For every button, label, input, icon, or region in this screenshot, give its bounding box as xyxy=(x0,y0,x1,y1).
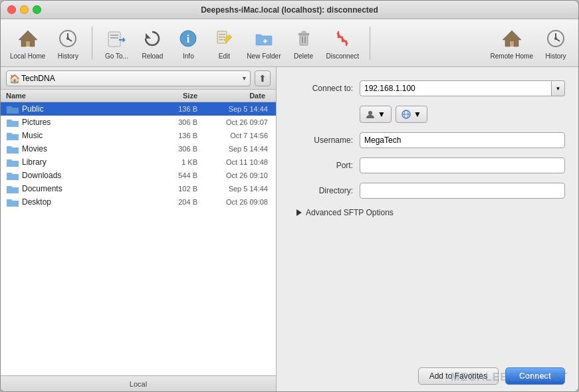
file-size: 204 B xyxy=(158,198,197,206)
new-folder-button[interactable]: New Folder xyxy=(243,24,285,62)
file-list-item[interactable]: Library1 KBOct 11 10:48 xyxy=(1,155,276,169)
svg-point-30 xyxy=(554,37,557,40)
port-input[interactable] xyxy=(360,157,565,173)
globe-btn-arrow: ▼ xyxy=(413,110,421,119)
file-list-item[interactable]: Music136 BOct 7 14:56 xyxy=(1,129,276,142)
col-name-header: Name xyxy=(6,92,158,100)
file-list-item[interactable]: Downloads544 BOct 26 09:10 xyxy=(1,169,276,182)
file-name: Public xyxy=(22,104,158,114)
connect-to-input[interactable] xyxy=(360,80,552,96)
left-status-bar: Local xyxy=(1,375,276,391)
file-list-item[interactable]: Public136 BSep 5 14:44 xyxy=(1,102,276,116)
svg-rect-31 xyxy=(7,106,11,108)
file-name: Music xyxy=(22,131,158,140)
new-folder-label: New Folder xyxy=(247,52,281,60)
path-dropdown[interactable]: TechDNA xyxy=(6,70,251,86)
toolbar: Local Home History xyxy=(1,19,578,67)
folder-icon xyxy=(6,117,19,128)
svg-rect-26 xyxy=(510,41,514,47)
globe-icon xyxy=(402,110,411,119)
remote-home-label: Remote Home xyxy=(491,52,533,60)
username-input[interactable] xyxy=(360,132,565,148)
advanced-label[interactable]: Advanced SFTP Options xyxy=(306,208,394,217)
path-selector[interactable]: 🏠 TechDNA ▼ xyxy=(6,70,251,86)
file-name: Documents xyxy=(22,184,158,193)
user-icon xyxy=(366,110,375,119)
history-right-button[interactable]: History xyxy=(538,24,573,62)
svg-rect-8 xyxy=(110,37,118,39)
svg-rect-14 xyxy=(219,37,225,38)
delete-button[interactable]: Delete xyxy=(287,24,321,62)
port-row: Port: xyxy=(296,157,565,173)
advanced-row[interactable]: Advanced SFTP Options xyxy=(296,208,565,217)
port-label: Port: xyxy=(296,161,353,170)
svg-rect-35 xyxy=(7,159,11,161)
advanced-triangle-icon xyxy=(296,209,302,216)
file-list-item[interactable]: Desktop204 BOct 26 09:08 xyxy=(1,195,276,209)
window-controls xyxy=(7,5,41,14)
goto-button[interactable]: Go To... xyxy=(99,24,134,62)
local-home-button[interactable]: Local Home xyxy=(6,24,49,62)
toolbar-sep-2 xyxy=(370,27,370,60)
svg-rect-36 xyxy=(7,173,11,174)
svg-rect-1 xyxy=(26,41,30,47)
globe-button[interactable]: ▼ xyxy=(396,106,427,123)
file-list-item[interactable]: Pictures306 BOct 26 09:07 xyxy=(1,116,276,129)
svg-rect-13 xyxy=(219,34,225,35)
info-icon: i xyxy=(176,27,200,50)
file-size: 306 B xyxy=(158,118,197,126)
file-name: Movies xyxy=(22,144,158,153)
left-panel: 🏠 TechDNA ▼ ⬆ Name Size Date Public136 B… xyxy=(1,67,277,391)
reload-button[interactable]: Reload xyxy=(135,24,170,62)
maximize-button[interactable] xyxy=(33,5,41,14)
path-house-icon: 🏠 xyxy=(9,73,20,83)
file-date: Oct 7 14:56 xyxy=(197,132,271,140)
connect-to-input-group: ▼ xyxy=(360,80,565,96)
history-left-button[interactable]: History xyxy=(51,24,85,62)
svg-rect-32 xyxy=(7,120,11,121)
file-list-item[interactable]: Documents102 BSep 5 14:44 xyxy=(1,182,276,195)
file-date: Oct 26 09:10 xyxy=(197,171,271,179)
svg-rect-33 xyxy=(7,133,11,134)
edit-label: Edit xyxy=(219,52,230,60)
folder-icon xyxy=(6,104,19,114)
file-size: 306 B xyxy=(158,145,197,153)
info-label: Info xyxy=(183,52,194,60)
file-size: 136 B xyxy=(158,132,197,140)
close-button[interactable] xyxy=(7,5,16,14)
edit-button[interactable]: Edit xyxy=(207,24,241,62)
folder-icon xyxy=(6,157,19,167)
delete-icon xyxy=(292,27,316,50)
col-date-header: Date xyxy=(197,92,271,100)
window-title: Deepeshs-iMac.local (localhost): disconn… xyxy=(201,5,378,15)
folder-icon xyxy=(6,170,19,181)
remote-home-button[interactable]: Remote Home xyxy=(487,24,537,62)
new-folder-icon xyxy=(252,27,276,50)
svg-rect-7 xyxy=(110,35,118,36)
file-list-item[interactable]: Movies306 BSep 5 14:44 xyxy=(1,142,276,155)
disconnect-button[interactable]: Disconnect xyxy=(322,24,363,62)
svg-rect-34 xyxy=(7,146,11,147)
connect-to-label: Connect to: xyxy=(296,84,353,93)
minimize-button[interactable] xyxy=(20,5,29,14)
svg-rect-37 xyxy=(7,186,11,187)
file-size: 1 KB xyxy=(158,158,197,166)
file-size: 102 B xyxy=(158,185,197,193)
directory-input[interactable] xyxy=(360,183,565,199)
user-auth-button[interactable]: ▼ xyxy=(360,106,392,123)
toolbar-right-group: Remote Home History xyxy=(487,24,573,62)
info-button[interactable]: i Info xyxy=(171,24,205,62)
file-name: Downloads xyxy=(22,171,158,180)
path-up-button[interactable]: ⬆ xyxy=(255,70,271,86)
connect-to-row: Connect to: ▼ xyxy=(296,80,565,96)
connect-to-dropdown-button[interactable]: ▼ xyxy=(552,80,565,96)
folder-icon xyxy=(6,130,19,141)
directory-label: Directory: xyxy=(296,186,353,195)
toolbar-left-group: Local Home History xyxy=(6,24,85,62)
svg-rect-38 xyxy=(7,199,11,201)
file-name: Desktop xyxy=(22,197,158,207)
file-size: 544 B xyxy=(158,171,197,179)
history-left-icon xyxy=(56,27,80,50)
file-date: Sep 5 14:44 xyxy=(197,145,271,153)
remote-home-icon xyxy=(500,27,524,50)
